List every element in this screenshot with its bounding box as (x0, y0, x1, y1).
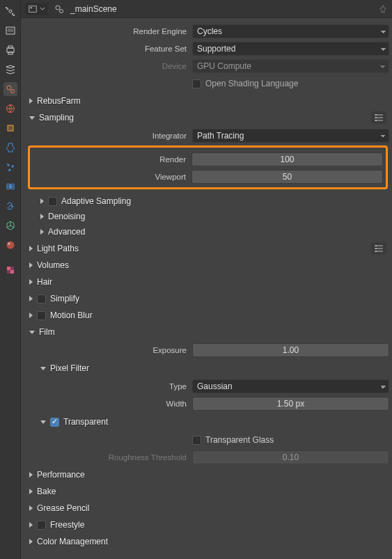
roughness-threshold-field[interactable]: 0.10 (192, 450, 389, 464)
svg-point-0 (9, 10, 12, 13)
vertical-tab-strip (0, 0, 21, 559)
physics-tab-icon[interactable] (3, 180, 17, 194)
sampling-preset-button[interactable] (371, 111, 386, 124)
exposure-field[interactable]: 1.00 (192, 343, 389, 357)
properties-header: _mainScene (21, 0, 392, 18)
color-management-header[interactable]: Color Management (26, 534, 389, 549)
svg-point-6 (7, 86, 11, 90)
performance-header[interactable]: Performance (26, 467, 389, 482)
print-tab-icon[interactable] (3, 43, 17, 57)
svg-point-27 (375, 117, 377, 118)
svg-rect-20 (7, 270, 10, 274)
pin-icon[interactable] (378, 4, 388, 14)
disclosure-right-icon (29, 296, 33, 301)
advanced-header[interactable]: Advanced (26, 224, 389, 239)
rebusfarm-section-header[interactable]: RebusFarm (26, 93, 389, 109)
scene-tab-icon[interactable] (3, 82, 17, 96)
transparent-header[interactable]: Transparent (26, 414, 389, 430)
denoising-header[interactable]: Denoising (26, 209, 389, 224)
disclosure-right-icon (29, 262, 33, 268)
svg-point-7 (10, 90, 14, 93)
disclosure-right-icon (29, 98, 33, 104)
sampling-section-header[interactable]: Sampling (26, 110, 389, 125)
film-header[interactable]: Film (26, 324, 389, 340)
motion-blur-checkbox[interactable] (37, 311, 46, 320)
viewport-samples-label: Viewport (33, 173, 191, 181)
grease-pencil-header[interactable]: Grease Pencil (26, 501, 389, 516)
svg-rect-23 (31, 7, 33, 8)
svg-point-24 (56, 6, 60, 10)
texture-tab-icon[interactable] (3, 263, 17, 277)
svg-point-31 (375, 251, 377, 252)
modifier-tab-icon[interactable] (3, 141, 17, 155)
render-engine-select[interactable]: Cycles (192, 24, 389, 38)
disclosure-right-icon (40, 214, 44, 219)
svg-point-30 (375, 248, 377, 249)
disclosure-right-icon (29, 522, 33, 528)
disclosure-right-icon (40, 229, 44, 235)
filter-width-field[interactable]: 1.50 px (192, 397, 389, 411)
svg-rect-3 (7, 48, 14, 52)
integrator-select[interactable]: Path Tracing (192, 129, 389, 143)
render-properties-panel: Render EngineCycles Feature SetSupported… (21, 18, 392, 559)
editor-type-dropdown[interactable] (25, 3, 48, 15)
filter-width-label: Width (26, 400, 192, 408)
motion-blur-header[interactable]: Motion Blur (26, 308, 389, 323)
world-tab-icon[interactable] (3, 102, 17, 116)
view-layer-tab-icon[interactable] (3, 63, 17, 77)
light-paths-preset-button[interactable] (371, 242, 386, 255)
simplify-checkbox[interactable] (37, 294, 46, 304)
svg-rect-2 (8, 29, 13, 32)
transparent-glass-checkbox[interactable] (192, 436, 201, 445)
roughness-threshold-label: Roughness Threshold (26, 453, 192, 462)
feature-set-label: Feature Set (26, 45, 192, 53)
render-samples-label: Render (33, 155, 191, 164)
disclosure-right-icon (29, 246, 33, 251)
constraint-tab-icon[interactable] (3, 199, 17, 213)
device-label: Device (26, 62, 192, 70)
viewport-samples-field[interactable]: 50 (191, 170, 383, 184)
disclosure-right-icon (29, 489, 33, 494)
feature-set-select[interactable]: Supported (192, 42, 389, 56)
tool-tab-icon[interactable] (3, 4, 17, 18)
object-tab-icon[interactable] (3, 121, 17, 135)
filter-type-select[interactable]: Gaussian (192, 379, 389, 393)
osl-checkbox[interactable] (192, 79, 201, 88)
svg-rect-21 (10, 270, 14, 274)
pixel-filter-header[interactable]: Pixel Filter (26, 361, 389, 376)
disclosure-right-icon (29, 472, 33, 478)
data-tab-icon[interactable] (3, 219, 17, 233)
particle-tab-icon[interactable] (3, 160, 17, 174)
svg-rect-22 (29, 6, 37, 12)
svg-point-13 (9, 185, 12, 188)
freestyle-checkbox[interactable] (37, 521, 46, 530)
svg-point-28 (375, 120, 377, 121)
simplify-header[interactable]: Simplify (26, 291, 389, 306)
render-samples-field[interactable]: 100 (191, 152, 383, 166)
disclosure-right-icon (29, 539, 33, 544)
adaptive-sampling-header[interactable]: Adaptive Sampling (26, 194, 389, 209)
adaptive-sampling-checkbox[interactable] (48, 197, 57, 206)
svg-rect-5 (8, 52, 13, 54)
disclosure-right-icon (40, 198, 44, 204)
svg-rect-18 (7, 267, 10, 270)
bake-header[interactable]: Bake (26, 484, 389, 499)
integrator-label: Integrator (26, 132, 192, 140)
svg-point-17 (8, 243, 10, 245)
freestyle-header[interactable]: Freestyle (26, 517, 389, 533)
material-tab-icon[interactable] (3, 238, 17, 252)
light-paths-header[interactable]: Light Paths (26, 241, 389, 256)
hair-header[interactable]: Hair (26, 274, 389, 290)
svg-point-16 (6, 242, 14, 249)
output-tab-icon[interactable] (3, 24, 17, 38)
disclosure-right-icon (29, 313, 33, 318)
scene-icon (54, 3, 65, 15)
disclosure-down-icon (29, 331, 35, 334)
device-select[interactable]: GPU Compute (192, 59, 389, 73)
render-engine-label: Render Engine (26, 27, 192, 36)
volumes-header[interactable]: Volumes (26, 258, 389, 273)
svg-point-25 (60, 9, 63, 13)
transparent-checkbox[interactable] (50, 418, 59, 427)
svg-rect-19 (10, 267, 14, 270)
scene-name: _mainScene (70, 4, 117, 14)
